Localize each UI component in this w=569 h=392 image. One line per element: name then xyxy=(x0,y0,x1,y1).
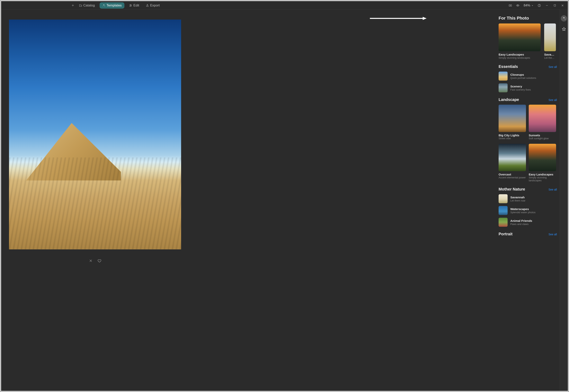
template-card-overcast[interactable]: Overcast Accent elemental power xyxy=(499,144,526,182)
chevron-down-icon xyxy=(531,4,533,6)
template-thumb xyxy=(499,105,526,132)
template-title: Waterscapes xyxy=(510,207,536,211)
mother-nature-header: Mother Nature See all xyxy=(499,187,560,192)
svg-rect-15 xyxy=(554,4,556,6)
template-item-closeups[interactable]: Closeups Quick portrait solutions xyxy=(499,71,560,81)
for-this-photo-title: For This Photo xyxy=(499,16,560,21)
svg-point-5 xyxy=(130,4,131,5)
edge-toolstrip xyxy=(560,10,568,391)
reject-button[interactable] xyxy=(89,259,93,263)
template-card-easy-landscapes[interactable]: Easy Landscapes Simply stunning landscap… xyxy=(499,24,541,59)
portrait-title: Portrait xyxy=(499,232,513,236)
template-title: Overcast xyxy=(499,173,526,176)
template-title: Closeups xyxy=(510,73,536,76)
portrait-see-all[interactable]: See all xyxy=(548,233,557,236)
svg-point-7 xyxy=(130,6,130,6)
sparkle-icon xyxy=(102,4,105,7)
template-title: Sunsets xyxy=(529,134,556,137)
topbar-right-group: 84% xyxy=(509,3,564,7)
template-subtitle: Street vibe xyxy=(499,137,526,140)
canvas-pane xyxy=(1,10,495,391)
template-thumb xyxy=(499,24,541,51)
essentials-header: Essentials See all xyxy=(499,64,560,69)
svg-point-11 xyxy=(517,5,518,6)
landscape-grid: Big City Lights Street vibe Sunsets Soft… xyxy=(499,105,560,182)
export-icon xyxy=(146,4,149,7)
svg-marker-22 xyxy=(562,27,566,31)
edit-tab[interactable]: Edit xyxy=(127,2,141,8)
template-subtitle: Let them roar xyxy=(510,199,525,202)
template-item-waterscapes[interactable]: Waterscapes Splendid water photos xyxy=(499,206,560,215)
edge-templates-button[interactable] xyxy=(561,15,567,22)
template-thumb xyxy=(529,144,556,171)
template-subtitle: Simply stunning landscapes xyxy=(499,56,541,59)
topbar-left-group: Catalog Templates Edit Export xyxy=(5,2,162,9)
template-subtitle: Soft sunlight glow xyxy=(529,137,556,140)
template-item-animal-friends[interactable]: Animal Friends Paws and claws xyxy=(499,218,560,227)
maximize-button[interactable] xyxy=(553,4,556,7)
templates-tab[interactable]: Templates xyxy=(99,2,125,9)
app-window: Catalog Templates Edit Export xyxy=(0,0,569,392)
landscape-see-all[interactable]: See all xyxy=(548,98,557,101)
template-card-savannah-peek[interactable]: Savannah Let them roar xyxy=(544,24,556,59)
photo-image xyxy=(9,20,181,249)
template-thumb xyxy=(499,218,508,227)
folder-icon xyxy=(79,4,82,7)
template-title: Savannah xyxy=(510,196,525,199)
svg-rect-10 xyxy=(511,5,512,6)
template-subtitle: Accent elemental power xyxy=(499,176,526,179)
template-thumb xyxy=(499,194,508,203)
preview-icon[interactable] xyxy=(516,4,519,7)
mother-nature-see-all[interactable]: See all xyxy=(548,188,557,191)
for-this-photo-row: Easy Landscapes Simply stunning landscap… xyxy=(499,24,560,59)
templates-sidebar[interactable]: For This Photo Easy Landscapes Simply st… xyxy=(495,10,560,391)
favorite-button[interactable] xyxy=(97,259,101,264)
minimize-button[interactable] xyxy=(545,4,549,7)
template-thumb xyxy=(544,24,556,51)
template-subtitle: Fast scenery fixes xyxy=(510,88,531,91)
compare-icon[interactable] xyxy=(509,4,512,7)
landscape-header: Landscape See all xyxy=(499,98,560,102)
essentials-title: Essentials xyxy=(499,64,518,69)
export-tab[interactable]: Export xyxy=(144,2,162,8)
svg-point-6 xyxy=(131,5,131,6)
zoom-control[interactable]: 84% xyxy=(524,3,533,7)
template-thumb xyxy=(499,83,508,92)
landscape-title: Landscape xyxy=(499,98,519,102)
edge-favorites-button[interactable] xyxy=(561,26,567,32)
svg-marker-19 xyxy=(423,17,427,20)
mother-nature-title: Mother Nature xyxy=(499,187,525,192)
catalog-tab[interactable]: Catalog xyxy=(77,2,97,8)
template-subtitle: Simply stunning landscapes xyxy=(529,176,556,182)
zoom-value: 84% xyxy=(524,3,530,7)
add-icon[interactable] xyxy=(71,4,74,7)
main-area: For This Photo Easy Landscapes Simply st… xyxy=(1,10,568,391)
canvas-footer-controls xyxy=(9,256,181,266)
template-card-easy-landscapes-2[interactable]: Easy Landscapes Simply stunning landscap… xyxy=(529,144,556,182)
template-title: Easy Landscapes xyxy=(529,173,556,176)
template-card-big-city-lights[interactable]: Big City Lights Street vibe xyxy=(499,105,526,140)
svg-rect-8 xyxy=(146,6,148,6)
templates-label: Templates xyxy=(107,3,122,7)
template-card-sunsets[interactable]: Sunsets Soft sunlight glow xyxy=(529,105,556,140)
template-title: Easy Landscapes xyxy=(499,53,541,56)
template-thumb xyxy=(499,71,508,81)
photo-canvas[interactable] xyxy=(9,20,181,249)
template-title: Animal Friends xyxy=(510,219,532,223)
template-subtitle: Quick portrait solutions xyxy=(510,76,536,79)
portrait-header: Portrait See all xyxy=(499,232,560,236)
template-title: Savannah xyxy=(544,53,556,56)
close-button[interactable] xyxy=(561,4,564,7)
template-thumb xyxy=(529,105,556,132)
template-thumb xyxy=(499,206,508,215)
template-subtitle: Splendid water photos xyxy=(510,211,536,214)
template-title: Scenery xyxy=(510,85,531,88)
template-item-scenery[interactable]: Scenery Fast scenery fixes xyxy=(499,83,560,92)
edit-label: Edit xyxy=(133,3,139,7)
template-item-savannah[interactable]: Savannah Let them roar xyxy=(499,194,560,203)
template-subtitle: Let them roar xyxy=(544,56,556,59)
svg-rect-9 xyxy=(509,5,510,6)
catalog-label: Catalog xyxy=(83,3,95,7)
essentials-see-all[interactable]: See all xyxy=(548,65,557,69)
help-icon[interactable] xyxy=(538,4,541,7)
